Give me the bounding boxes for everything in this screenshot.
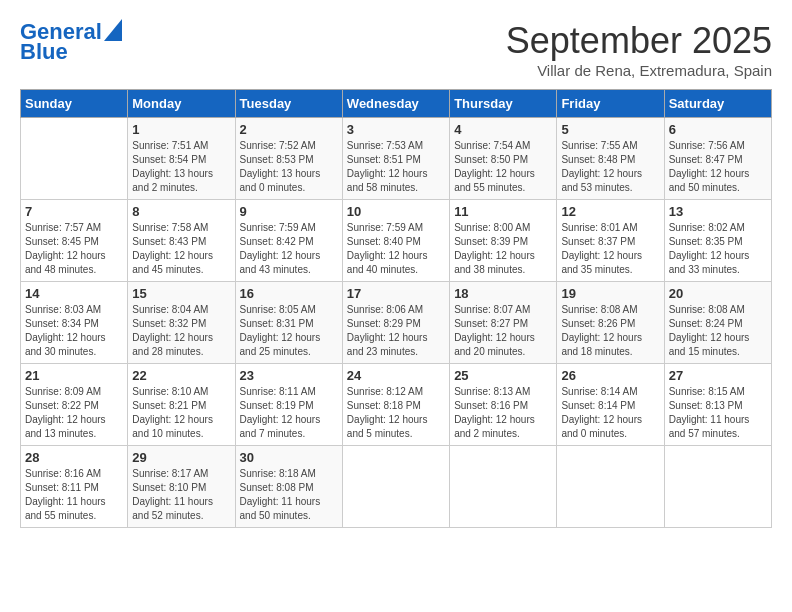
day-cell: 10Sunrise: 7:59 AMSunset: 8:40 PMDayligh… bbox=[342, 200, 449, 282]
day-number: 27 bbox=[669, 368, 767, 383]
week-row-3: 14Sunrise: 8:03 AMSunset: 8:34 PMDayligh… bbox=[21, 282, 772, 364]
column-header-wednesday: Wednesday bbox=[342, 90, 449, 118]
day-cell: 24Sunrise: 8:12 AMSunset: 8:18 PMDayligh… bbox=[342, 364, 449, 446]
day-number: 15 bbox=[132, 286, 230, 301]
day-cell: 28Sunrise: 8:16 AMSunset: 8:11 PMDayligh… bbox=[21, 446, 128, 528]
column-header-tuesday: Tuesday bbox=[235, 90, 342, 118]
day-cell: 16Sunrise: 8:05 AMSunset: 8:31 PMDayligh… bbox=[235, 282, 342, 364]
day-number: 12 bbox=[561, 204, 659, 219]
day-number: 23 bbox=[240, 368, 338, 383]
day-info: Sunrise: 7:59 AMSunset: 8:42 PMDaylight:… bbox=[240, 221, 338, 277]
logo: General Blue bbox=[20, 20, 122, 64]
day-info: Sunrise: 8:00 AMSunset: 8:39 PMDaylight:… bbox=[454, 221, 552, 277]
day-cell: 2Sunrise: 7:52 AMSunset: 8:53 PMDaylight… bbox=[235, 118, 342, 200]
day-number: 20 bbox=[669, 286, 767, 301]
day-cell bbox=[342, 446, 449, 528]
day-info: Sunrise: 8:03 AMSunset: 8:34 PMDaylight:… bbox=[25, 303, 123, 359]
day-info: Sunrise: 8:10 AMSunset: 8:21 PMDaylight:… bbox=[132, 385, 230, 441]
day-cell: 8Sunrise: 7:58 AMSunset: 8:43 PMDaylight… bbox=[128, 200, 235, 282]
column-header-sunday: Sunday bbox=[21, 90, 128, 118]
day-info: Sunrise: 8:13 AMSunset: 8:16 PMDaylight:… bbox=[454, 385, 552, 441]
day-cell: 19Sunrise: 8:08 AMSunset: 8:26 PMDayligh… bbox=[557, 282, 664, 364]
day-info: Sunrise: 8:04 AMSunset: 8:32 PMDaylight:… bbox=[132, 303, 230, 359]
day-number: 16 bbox=[240, 286, 338, 301]
day-number: 4 bbox=[454, 122, 552, 137]
day-number: 29 bbox=[132, 450, 230, 465]
day-cell bbox=[557, 446, 664, 528]
day-info: Sunrise: 8:15 AMSunset: 8:13 PMDaylight:… bbox=[669, 385, 767, 441]
column-header-friday: Friday bbox=[557, 90, 664, 118]
day-cell: 14Sunrise: 8:03 AMSunset: 8:34 PMDayligh… bbox=[21, 282, 128, 364]
day-number: 6 bbox=[669, 122, 767, 137]
day-cell: 21Sunrise: 8:09 AMSunset: 8:22 PMDayligh… bbox=[21, 364, 128, 446]
day-number: 5 bbox=[561, 122, 659, 137]
day-number: 1 bbox=[132, 122, 230, 137]
day-number: 7 bbox=[25, 204, 123, 219]
column-header-saturday: Saturday bbox=[664, 90, 771, 118]
day-info: Sunrise: 8:09 AMSunset: 8:22 PMDaylight:… bbox=[25, 385, 123, 441]
week-row-1: 1Sunrise: 7:51 AMSunset: 8:54 PMDaylight… bbox=[21, 118, 772, 200]
day-info: Sunrise: 7:52 AMSunset: 8:53 PMDaylight:… bbox=[240, 139, 338, 195]
day-cell: 30Sunrise: 8:18 AMSunset: 8:08 PMDayligh… bbox=[235, 446, 342, 528]
day-cell bbox=[21, 118, 128, 200]
day-info: Sunrise: 7:58 AMSunset: 8:43 PMDaylight:… bbox=[132, 221, 230, 277]
day-cell: 6Sunrise: 7:56 AMSunset: 8:47 PMDaylight… bbox=[664, 118, 771, 200]
day-cell: 27Sunrise: 8:15 AMSunset: 8:13 PMDayligh… bbox=[664, 364, 771, 446]
svg-marker-0 bbox=[104, 19, 122, 41]
column-header-thursday: Thursday bbox=[450, 90, 557, 118]
day-cell: 5Sunrise: 7:55 AMSunset: 8:48 PMDaylight… bbox=[557, 118, 664, 200]
day-cell: 11Sunrise: 8:00 AMSunset: 8:39 PMDayligh… bbox=[450, 200, 557, 282]
day-info: Sunrise: 8:08 AMSunset: 8:24 PMDaylight:… bbox=[669, 303, 767, 359]
day-number: 28 bbox=[25, 450, 123, 465]
day-info: Sunrise: 7:51 AMSunset: 8:54 PMDaylight:… bbox=[132, 139, 230, 195]
day-cell bbox=[450, 446, 557, 528]
day-cell: 22Sunrise: 8:10 AMSunset: 8:21 PMDayligh… bbox=[128, 364, 235, 446]
calendar-table: SundayMondayTuesdayWednesdayThursdayFrid… bbox=[20, 89, 772, 528]
week-row-4: 21Sunrise: 8:09 AMSunset: 8:22 PMDayligh… bbox=[21, 364, 772, 446]
day-number: 24 bbox=[347, 368, 445, 383]
logo-bird-icon bbox=[104, 19, 122, 41]
day-info: Sunrise: 7:54 AMSunset: 8:50 PMDaylight:… bbox=[454, 139, 552, 195]
day-cell bbox=[664, 446, 771, 528]
day-number: 13 bbox=[669, 204, 767, 219]
logo-text-blue: Blue bbox=[20, 40, 68, 64]
day-info: Sunrise: 8:01 AMSunset: 8:37 PMDaylight:… bbox=[561, 221, 659, 277]
day-number: 19 bbox=[561, 286, 659, 301]
month-title: September 2025 bbox=[506, 20, 772, 62]
header-row: SundayMondayTuesdayWednesdayThursdayFrid… bbox=[21, 90, 772, 118]
day-info: Sunrise: 8:12 AMSunset: 8:18 PMDaylight:… bbox=[347, 385, 445, 441]
day-cell: 13Sunrise: 8:02 AMSunset: 8:35 PMDayligh… bbox=[664, 200, 771, 282]
day-number: 22 bbox=[132, 368, 230, 383]
day-info: Sunrise: 8:18 AMSunset: 8:08 PMDaylight:… bbox=[240, 467, 338, 523]
day-cell: 1Sunrise: 7:51 AMSunset: 8:54 PMDaylight… bbox=[128, 118, 235, 200]
day-cell: 7Sunrise: 7:57 AMSunset: 8:45 PMDaylight… bbox=[21, 200, 128, 282]
day-cell: 29Sunrise: 8:17 AMSunset: 8:10 PMDayligh… bbox=[128, 446, 235, 528]
day-cell: 18Sunrise: 8:07 AMSunset: 8:27 PMDayligh… bbox=[450, 282, 557, 364]
day-info: Sunrise: 8:08 AMSunset: 8:26 PMDaylight:… bbox=[561, 303, 659, 359]
day-number: 25 bbox=[454, 368, 552, 383]
day-cell: 20Sunrise: 8:08 AMSunset: 8:24 PMDayligh… bbox=[664, 282, 771, 364]
day-number: 21 bbox=[25, 368, 123, 383]
day-number: 8 bbox=[132, 204, 230, 219]
day-info: Sunrise: 7:55 AMSunset: 8:48 PMDaylight:… bbox=[561, 139, 659, 195]
day-info: Sunrise: 8:07 AMSunset: 8:27 PMDaylight:… bbox=[454, 303, 552, 359]
week-row-5: 28Sunrise: 8:16 AMSunset: 8:11 PMDayligh… bbox=[21, 446, 772, 528]
title-section: September 2025 Villar de Rena, Extremadu… bbox=[506, 20, 772, 79]
day-number: 30 bbox=[240, 450, 338, 465]
day-info: Sunrise: 7:53 AMSunset: 8:51 PMDaylight:… bbox=[347, 139, 445, 195]
day-info: Sunrise: 8:06 AMSunset: 8:29 PMDaylight:… bbox=[347, 303, 445, 359]
day-number: 17 bbox=[347, 286, 445, 301]
day-number: 11 bbox=[454, 204, 552, 219]
day-number: 9 bbox=[240, 204, 338, 219]
day-info: Sunrise: 8:16 AMSunset: 8:11 PMDaylight:… bbox=[25, 467, 123, 523]
day-number: 14 bbox=[25, 286, 123, 301]
day-info: Sunrise: 8:11 AMSunset: 8:19 PMDaylight:… bbox=[240, 385, 338, 441]
day-number: 18 bbox=[454, 286, 552, 301]
day-cell: 9Sunrise: 7:59 AMSunset: 8:42 PMDaylight… bbox=[235, 200, 342, 282]
week-row-2: 7Sunrise: 7:57 AMSunset: 8:45 PMDaylight… bbox=[21, 200, 772, 282]
day-number: 2 bbox=[240, 122, 338, 137]
day-cell: 4Sunrise: 7:54 AMSunset: 8:50 PMDaylight… bbox=[450, 118, 557, 200]
page-header: General Blue September 2025 Villar de Re… bbox=[20, 20, 772, 79]
day-number: 10 bbox=[347, 204, 445, 219]
day-number: 26 bbox=[561, 368, 659, 383]
